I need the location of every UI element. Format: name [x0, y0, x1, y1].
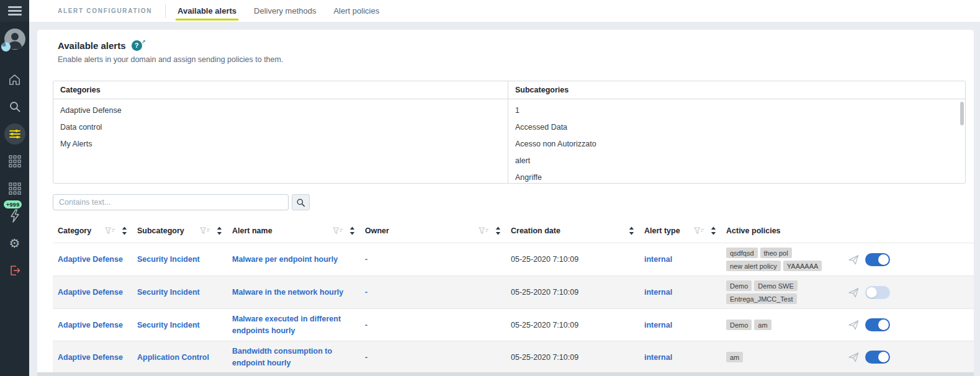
- policy-chip: YAAAAAA: [783, 261, 822, 271]
- column-header-subcategory[interactable]: Subcategory: [137, 226, 232, 235]
- search-icon: [296, 198, 305, 207]
- table-row: Adaptive DefenseApplication ControlBandw…: [53, 341, 974, 373]
- alert-enabled-toggle-on[interactable]: [865, 318, 890, 331]
- column-header-creation-date[interactable]: Creation date: [511, 226, 644, 235]
- sort-icon[interactable]: [495, 226, 501, 235]
- tab-available-alerts[interactable]: Available alerts: [178, 0, 236, 22]
- subcategory-item[interactable]: 1: [508, 102, 965, 119]
- send-plane-icon: [848, 287, 860, 298]
- cell-alert-name[interactable]: Malware executed in different endpoints …: [232, 313, 365, 337]
- cell-category[interactable]: Adaptive Defense: [53, 353, 137, 362]
- toggle-knob: [878, 352, 889, 362]
- topbar: ALERT CONFIGURATION Available alertsDeli…: [29, 0, 980, 22]
- alert-enabled-toggle-off[interactable]: [865, 286, 890, 299]
- column-label: Alert name: [232, 226, 272, 235]
- filter-icon[interactable]: [333, 227, 344, 235]
- column-header-alert-type[interactable]: Alert type: [644, 226, 726, 235]
- column-header-icons: [200, 226, 222, 235]
- column-label: Subcategory: [137, 226, 184, 235]
- alert-enabled-toggle-on[interactable]: [865, 351, 890, 364]
- column-header-active-policies: Active policies: [726, 226, 842, 235]
- toggle-knob: [866, 287, 877, 298]
- send-test-alert-button[interactable]: [842, 319, 865, 331]
- avatar[interactable]: [4, 29, 25, 50]
- policy-chip: Entrega_JMCC_Test: [726, 293, 797, 304]
- policy-chip: Demo SWE: [754, 280, 797, 291]
- send-test-alert-button[interactable]: [842, 287, 865, 298]
- cell-alert-type[interactable]: internal: [644, 288, 726, 297]
- sort-icon[interactable]: [122, 226, 127, 235]
- filters-sliders-icon: [9, 128, 21, 140]
- sort-icon[interactable]: [217, 226, 222, 235]
- sidebar-item-home[interactable]: [0, 66, 29, 93]
- filter-icon[interactable]: [694, 227, 705, 235]
- cell-category[interactable]: Adaptive Defense: [53, 321, 137, 329]
- column-header-icons: [479, 226, 501, 235]
- subcategory-item[interactable]: Accessed Data: [508, 119, 965, 136]
- category-item[interactable]: My Alerts: [53, 136, 508, 153]
- search-input[interactable]: [53, 194, 289, 210]
- sidebar-item-logout[interactable]: [0, 257, 29, 284]
- send-test-alert-button[interactable]: [842, 351, 865, 363]
- cell-alert-name[interactable]: Malware in the network hourly: [232, 287, 365, 298]
- cell-alert-type[interactable]: internal: [644, 321, 726, 329]
- column-header-alert-name[interactable]: Alert name: [232, 226, 365, 235]
- tab-alert-policies[interactable]: Alert policies: [333, 0, 379, 22]
- page-title: Available alerts: [58, 40, 126, 51]
- hand-badge-icon: [1, 42, 11, 51]
- sidebar-item-gear[interactable]: ⚙: [0, 230, 29, 257]
- cell-subcategory[interactable]: Security Incident: [137, 288, 232, 297]
- sidebar-item-search[interactable]: [0, 93, 29, 120]
- home-icon: [8, 73, 21, 86]
- toggle-knob: [878, 254, 889, 265]
- column-label: Alert type: [644, 226, 680, 235]
- column-header-category[interactable]: Category: [53, 226, 137, 235]
- cell-category[interactable]: Adaptive Defense: [53, 288, 137, 297]
- subcategory-item[interactable]: alert: [508, 153, 965, 169]
- help-icon[interactable]: ?↗: [132, 40, 142, 51]
- sort-icon[interactable]: [349, 226, 355, 235]
- cell-alert-type[interactable]: internal: [644, 255, 726, 264]
- category-item[interactable]: Adaptive Defense: [53, 102, 508, 119]
- horizontal-scrollbar[interactable]: [37, 372, 974, 376]
- cell-alert-name[interactable]: Bandwidth consumption to endpoint hourly: [232, 346, 365, 369]
- cell-alert-type[interactable]: internal: [644, 353, 726, 362]
- subcategories-scrollbar[interactable]: [960, 102, 964, 125]
- cell-subcategory[interactable]: Security Incident: [137, 255, 232, 264]
- cell-category[interactable]: Adaptive Defense: [53, 255, 137, 264]
- alert-enabled-toggle-on[interactable]: [865, 253, 890, 266]
- cell-alert-name[interactable]: Malware per endpoint hourly: [232, 254, 365, 266]
- cell-subcategory[interactable]: Application Control: [137, 353, 232, 362]
- toggle-knob: [878, 320, 889, 330]
- cell-subcategory[interactable]: Security Incident: [137, 321, 232, 329]
- table-header: CategorySubcategoryAlert nameOwnerCreati…: [53, 219, 974, 243]
- hamburger-menu-button[interactable]: [0, 0, 29, 22]
- filter-icon[interactable]: [200, 227, 211, 235]
- sidebar-item-grid[interactable]: [0, 175, 29, 202]
- app-title: ALERT CONFIGURATION: [58, 7, 152, 14]
- category-item[interactable]: Data control: [53, 119, 508, 136]
- column-label: Owner: [365, 226, 389, 235]
- cell-toggle: [865, 318, 902, 331]
- topbar-divider: [165, 4, 166, 18]
- logout-icon: [9, 264, 21, 277]
- subcategory-item[interactable]: Acesso non Autorizzato: [508, 136, 965, 153]
- filter-icon[interactable]: [479, 227, 490, 235]
- sidebar-item-sliders-active[interactable]: [0, 120, 29, 148]
- filter-icon[interactable]: [105, 227, 116, 235]
- notification-count-badge: +999: [4, 200, 22, 208]
- activity-bolt-icon: [9, 209, 20, 223]
- subcategory-item[interactable]: Angriffe: [508, 169, 965, 184]
- search-button[interactable]: [292, 194, 310, 210]
- sort-icon[interactable]: [629, 226, 634, 235]
- column-header-owner[interactable]: Owner: [365, 226, 511, 235]
- sidebar-item-grid[interactable]: [0, 148, 29, 175]
- sort-icon[interactable]: [711, 226, 716, 235]
- sidebar-item-bolt[interactable]: +999: [0, 202, 29, 230]
- subcategories-panel: Subcategories 1Accessed DataAcesso non A…: [508, 81, 965, 183]
- tab-delivery-methods[interactable]: Delivery methods: [254, 0, 316, 22]
- send-plane-icon: [848, 319, 860, 331]
- send-test-alert-button[interactable]: [842, 254, 865, 266]
- cell-owner: -: [365, 321, 511, 329]
- policy-chip: new alert policy: [726, 261, 781, 271]
